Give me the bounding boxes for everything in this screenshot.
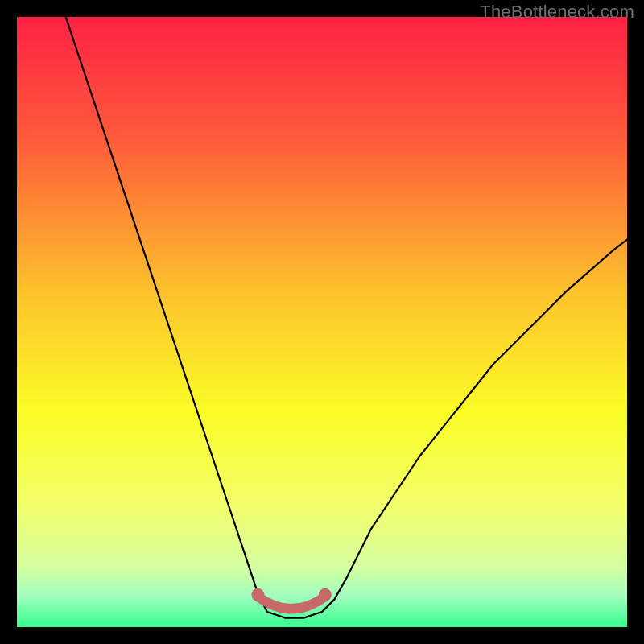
bottleneck-curve-plot (17, 17, 627, 627)
watermark-text: TheBottleneck.com (480, 2, 634, 23)
chart-container: TheBottleneck.com (0, 0, 644, 644)
